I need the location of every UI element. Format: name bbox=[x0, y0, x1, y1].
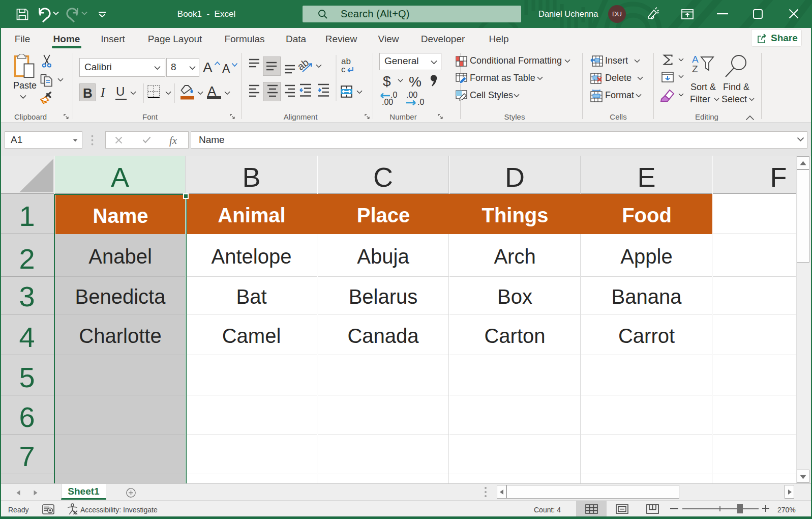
svg-text:.0: .0 bbox=[417, 98, 424, 105]
svg-text:.00: .00 bbox=[382, 98, 393, 105]
svg-text:.00: .00 bbox=[406, 91, 417, 99]
svg-text:c: c bbox=[341, 65, 346, 74]
svg-text:Z: Z bbox=[692, 64, 698, 74]
